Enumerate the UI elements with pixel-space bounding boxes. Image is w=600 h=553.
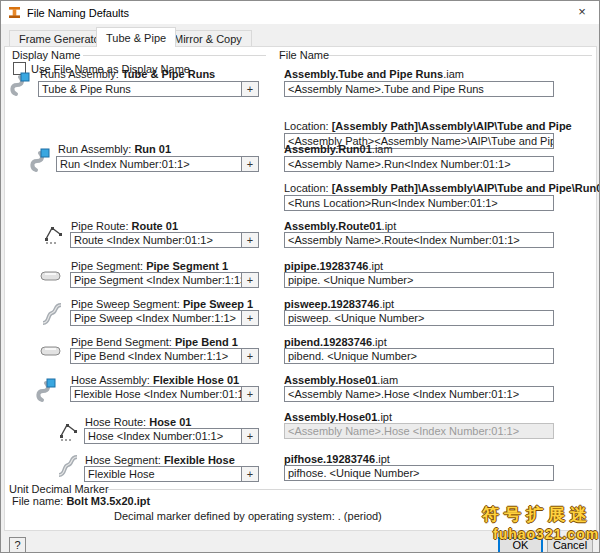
pipe-segment-name-value: Pipe Segment <Index Number:1:1> <box>71 273 241 287</box>
run-file-name-label: Assembly.Run01.iam <box>284 143 393 155</box>
pipe-segment-name-field[interactable]: Pipe Segment <Index Number:1:1> + <box>70 272 259 288</box>
hose-segment-file-name-value: pifhose. <Unique Number> <box>285 466 553 480</box>
pipe-file-name-label: pipipe.19283746.ipt <box>284 260 383 272</box>
pipe-file-name-value: pipipe. <Unique Number> <box>285 273 553 287</box>
ok-button[interactable]: OK <box>498 537 543 553</box>
hose-route-name-value: Hose <Index Number:01:1> <box>85 429 241 443</box>
run-location-value: <Runs Location>Run<Index Number:01:1> <box>285 196 553 210</box>
pipe-sweep-name-field[interactable]: Pipe Sweep <Index Number:1:1> + <box>70 310 259 326</box>
hose-part-file-name-value: <Assembly Name>.Hose <Index Number:01:1> <box>285 424 553 438</box>
hose-assembly-file-name-label: Assembly.Hose01.iam <box>284 374 398 386</box>
display-name-section-label: Display Name <box>12 49 80 61</box>
inventor-app-icon <box>8 6 21 19</box>
display-name-section-divider <box>83 55 266 56</box>
hose-route-name-field[interactable]: Hose <Index Number:01:1> + <box>84 428 259 444</box>
hose-assembly-name-value: Flexible Hose <Index Number:01:1> <box>71 387 241 401</box>
name-token-plus-button[interactable]: + <box>241 82 258 96</box>
hose-segment-name-field[interactable]: Flexible Hose + <box>84 466 259 482</box>
run-assembly-name-value: Run <Index Number:01:1> <box>57 157 241 171</box>
runs-assembly-row-label: Runs Assembly: Tube & Pipe Runs <box>40 68 215 80</box>
sweep-file-name-value: pisweep. <Unique Number> <box>285 311 553 325</box>
pipe-sweep-icon <box>41 302 63 326</box>
hose-route-row-label: Hose Route: Hose 01 <box>85 416 191 428</box>
runs-file-name-field[interactable]: <Assembly Name>.Tube and Pipe Runs <box>284 81 554 97</box>
hose-segment-file-name-label: pifhose.19283746.ipt <box>284 453 390 465</box>
runs-file-name-value: <Assembly Name>.Tube and Pipe Runs <box>285 82 553 96</box>
route-file-name-field[interactable]: <Assembly Name>.Route<Index Number:01:1> <box>284 232 554 248</box>
hose-assembly-file-name-field[interactable]: <Assembly Name>.Hose <Index Number:01:1> <box>284 386 554 402</box>
route-file-name-label: Assembly.Route01.ipt <box>284 220 396 232</box>
runs-location-label: Location: [Assembly Path]\Assembly\AIP\T… <box>284 120 572 132</box>
runs-file-name-label: Assembly.Tube and Pipe Runs.iam <box>284 68 464 80</box>
run-assembly-icon <box>29 147 55 174</box>
name-token-plus-button[interactable]: + <box>241 311 258 325</box>
sweep-file-name-field[interactable]: pisweep. <Unique Number> <box>284 310 554 326</box>
runs-assembly-name-field[interactable]: Tube & Pipe Runs + <box>38 81 259 97</box>
unit-decimal-section-divider <box>108 489 592 490</box>
hose-route-icon <box>59 420 79 442</box>
decimal-marker-note: Decimal marker defined by operating syst… <box>114 510 382 522</box>
hose-assembly-file-name-value: <Assembly Name>.Hose <Index Number:01:1> <box>285 387 553 401</box>
pipe-bend-name-value: Pipe Bend <Index Number:1:1> <box>71 349 241 363</box>
file-name-section-label: File Name <box>279 49 329 61</box>
pipe-bend-row-label: Pipe Bend Segment: Pipe Bend 1 <box>71 336 238 348</box>
name-token-plus-button[interactable]: + <box>241 273 258 287</box>
pipe-route-icon <box>44 223 64 245</box>
help-button[interactable]: ? <box>9 537 26 553</box>
file-name-section-divider <box>329 55 592 56</box>
run-assembly-row-label: Run Assembly: Run 01 <box>58 143 171 155</box>
hose-assembly-row-label: Hose Assembly: Flexible Hose 01 <box>71 374 239 386</box>
name-token-plus-button[interactable]: + <box>241 467 258 481</box>
unit-decimal-marker-section-label: Unit Decimal Marker <box>9 483 109 495</box>
pipe-bend-name-field[interactable]: Pipe Bend <Index Number:1:1> + <box>70 348 259 364</box>
hose-segment-name-value: Flexible Hose <box>85 467 241 481</box>
pipe-bend-icon <box>39 343 63 359</box>
hose-part-file-name-label: Assembly.Hose01.ipt <box>284 411 392 423</box>
hose-assembly-name-field[interactable]: Flexible Hose <Index Number:01:1> + <box>70 386 259 402</box>
route-file-name-value: <Assembly Name>.Route<Index Number:01:1> <box>285 233 553 247</box>
bend-file-name-label: pibend.19283746.ipt <box>284 336 387 348</box>
pipe-route-name-value: Route <Index Number:01:1> <box>71 233 241 247</box>
run-file-name-field[interactable]: <Assembly Name>.Run<Index Number:01:1> <box>284 156 554 172</box>
hose-segment-row-label: Hose Segment: Flexible Hose <box>85 454 235 466</box>
file-naming-defaults-dialog: File Naming Defaults × Frame Generator T… <box>0 0 600 553</box>
window-title: File Naming Defaults <box>27 7 129 19</box>
pipe-segment-row-label: Pipe Segment: Pipe Segment 1 <box>71 260 228 272</box>
tube-pipe-runs-assembly-icon <box>9 71 35 98</box>
hose-segment-icon <box>57 454 79 478</box>
tab-tube-and-pipe[interactable]: Tube & Pipe <box>96 27 176 47</box>
runs-assembly-name-value: Tube & Pipe Runs <box>39 82 241 96</box>
example-file-name-label: File name: Bolt M3.5x20.ipt <box>12 495 150 507</box>
close-icon[interactable]: × <box>573 3 591 21</box>
run-location-label: Location: [Assembly Path]\Assembly\AIP\T… <box>284 182 600 194</box>
name-token-plus-button[interactable]: + <box>241 349 258 363</box>
tab-mirror-and-copy[interactable]: Mirror & Copy <box>164 30 252 47</box>
pipe-file-name-field[interactable]: pipipe. <Unique Number> <box>284 272 554 288</box>
run-file-name-value: <Assembly Name>.Run<Index Number:01:1> <box>285 157 553 171</box>
cancel-button[interactable]: Cancel <box>547 537 593 553</box>
name-token-plus-button[interactable]: + <box>241 387 258 401</box>
pipe-sweep-name-value: Pipe Sweep <Index Number:1:1> <box>71 311 241 325</box>
hose-part-file-name-field: <Assembly Name>.Hose <Index Number:01:1> <box>284 423 554 439</box>
run-assembly-name-field[interactable]: Run <Index Number:01:1> + <box>56 156 259 172</box>
hose-assembly-icon <box>35 377 61 404</box>
pipe-route-name-field[interactable]: Route <Index Number:01:1> + <box>70 232 259 248</box>
name-token-plus-button[interactable]: + <box>241 157 258 171</box>
bend-file-name-field[interactable]: pibend. <Unique Number> <box>284 348 554 364</box>
title-bar: File Naming Defaults × <box>1 1 599 24</box>
pipe-segment-icon <box>39 268 63 284</box>
pipe-route-row-label: Pipe Route: Route 01 <box>71 220 178 232</box>
hose-segment-file-name-field[interactable]: pifhose. <Unique Number> <box>284 465 554 481</box>
name-token-plus-button[interactable]: + <box>241 429 258 443</box>
run-location-field[interactable]: <Runs Location>Run<Index Number:01:1> <box>284 195 554 211</box>
name-token-plus-button[interactable]: + <box>241 233 258 247</box>
pipe-sweep-row-label: Pipe Sweep Segment: Pipe Sweep 1 <box>71 298 253 310</box>
bend-file-name-value: pibend. <Unique Number> <box>285 349 553 363</box>
sweep-file-name-label: pisweep.19283746.ipt <box>284 298 394 310</box>
